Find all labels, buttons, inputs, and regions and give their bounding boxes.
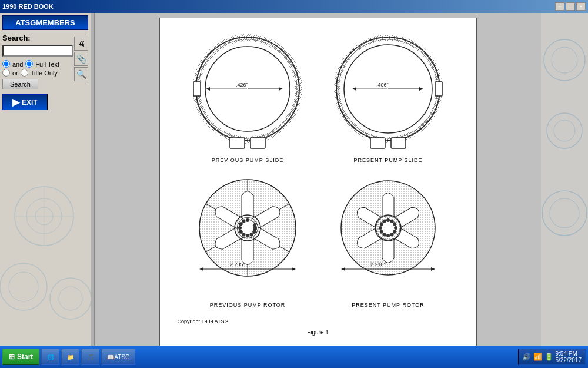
diagram-area: .426" PREVIOUS PUMP SLIDE (178, 30, 459, 336)
icon-1[interactable]: 🖨 (74, 37, 88, 51)
radio-title-only-label: Title Only (31, 69, 58, 77)
svg-rect-15 (193, 82, 201, 96)
svg-rect-27 (435, 82, 442, 96)
tray-icon-2: 📶 (533, 353, 542, 361)
tray-icon-3: 🔋 (544, 353, 553, 361)
right-panel (541, 13, 588, 346)
start-label: Start (17, 353, 33, 361)
svg-point-7 (50, 278, 91, 319)
svg-point-69 (379, 226, 382, 230)
present-pump-rotor: 2.210" PRESENT PUMP ROTOR (329, 169, 447, 308)
start-button[interactable]: ⊞ Start (2, 349, 39, 365)
copyright-text: Copyright 1989 ATSG (178, 319, 229, 324)
svg-point-63 (394, 226, 397, 230)
present-pump-slide-label: PRESENT PUMP SLIDE (353, 157, 422, 163)
atsg-label: ATSG (114, 354, 129, 360)
atsg-icon: 📖 (107, 354, 114, 360)
system-tray: 🔊 📶 🔋 9:54 PM5/22/2017 (518, 349, 586, 365)
radio-or[interactable] (2, 69, 10, 77)
search-button[interactable]: Search (2, 79, 38, 89)
window-controls: − □ × (555, 2, 586, 11)
radio-and[interactable] (2, 60, 10, 68)
svg-point-6 (9, 272, 38, 301)
taskbar-app-media[interactable]: 🎵 (82, 349, 99, 365)
start-icon: ⊞ (9, 353, 15, 361)
radio-or-label: or (12, 69, 18, 77)
svg-marker-73 (341, 267, 345, 271)
svg-point-80 (542, 191, 587, 236)
present-pump-rotor-label: PRESENT PUMP ROTOR (352, 302, 425, 308)
exit-button[interactable]: ▶ EXIT (2, 94, 48, 110)
sidebar-icons: 🖨 📎 🔍 (74, 37, 88, 81)
svg-point-59 (380, 220, 396, 236)
folder-icon: 📁 (67, 354, 74, 360)
minimize-button[interactable]: − (555, 2, 564, 11)
svg-point-5 (0, 263, 47, 310)
svg-rect-26 (391, 138, 406, 148)
app-body: ATSGMEMBERS 🖨 📎 🔍 Search: and Full Text … (0, 13, 588, 346)
sidebar-decoration (0, 169, 91, 346)
radio-full-text-label: Full Text (35, 61, 59, 68)
center-area[interactable]: .426" PREVIOUS PUMP SLIDE (95, 13, 541, 346)
icon-3[interactable]: 🔍 (74, 67, 88, 81)
radio-and-label: and (12, 61, 23, 68)
title-bar: 1990 RED BOOK − □ × (0, 0, 588, 13)
svg-marker-74 (431, 267, 435, 271)
close-button[interactable]: × (576, 2, 586, 11)
radio-title-only[interactable] (21, 69, 28, 77)
previous-pump-rotor: 2.235" PREVIOUS PUMP ROTOR (189, 169, 306, 308)
taskbar-app-atsg[interactable]: 📖 ATSG (102, 349, 135, 365)
maximize-button[interactable]: □ (566, 2, 575, 11)
icon-2[interactable]: 📎 (74, 52, 88, 66)
svg-marker-53 (199, 267, 203, 271)
taskbar-app-ie[interactable]: 🌐 (42, 349, 59, 365)
svg-point-46 (246, 234, 249, 237)
svg-point-39 (239, 220, 256, 236)
previous-pump-slide: .426" PREVIOUS PUMP SLIDE (189, 30, 306, 163)
bottom-diagram-row: 2.235" PREVIOUS PUMP ROTOR (178, 169, 459, 308)
tray-icon-1: 🔊 (522, 353, 531, 361)
svg-point-79 (554, 120, 575, 141)
svg-point-76 (544, 39, 585, 81)
clock: 9:54 PM5/22/2017 (556, 350, 582, 363)
taskbar-app-folder[interactable]: 📁 (62, 349, 79, 365)
svg-point-60 (386, 218, 390, 222)
svg-rect-25 (370, 138, 385, 148)
svg-text:.426": .426" (236, 82, 248, 88)
svg-point-77 (552, 47, 577, 73)
figure-caption: Figure 1 (307, 329, 329, 336)
present-pump-slide: .406" PRESENT PUMP SLIDE (329, 30, 447, 163)
svg-rect-14 (250, 138, 265, 148)
exit-label: EXIT (22, 98, 38, 107)
svg-point-81 (550, 198, 579, 228)
svg-point-40 (246, 218, 249, 222)
page-container: .426" PREVIOUS PUMP SLIDE (159, 18, 477, 346)
svg-point-8 (59, 287, 82, 310)
window-title: 1990 RED BOOK (2, 3, 54, 10)
svg-point-43 (253, 226, 257, 230)
top-diagram-row: .426" PREVIOUS PUMP SLIDE (178, 30, 459, 163)
media-icon: 🎵 (87, 354, 94, 360)
radio-full-text[interactable] (25, 60, 33, 68)
prev-pump-rotor-label: PREVIOUS PUMP ROTOR (210, 302, 286, 308)
svg-text:2.235": 2.235" (230, 261, 245, 267)
svg-rect-13 (230, 138, 245, 148)
ie-icon: 🌐 (47, 354, 54, 360)
svg-text:.406": .406" (376, 82, 389, 88)
taskbar: ⊞ Start 🌐 📁 🎵 📖 ATSG 🔊 📶 🔋 9:54 PM5/22/2… (0, 346, 588, 368)
exit-icon: ▶ (12, 97, 19, 108)
svg-text:2.210": 2.210" (370, 261, 386, 267)
search-input[interactable] (2, 45, 73, 57)
svg-point-49 (238, 226, 242, 230)
sidebar: ATSGMEMBERS 🖨 📎 🔍 Search: and Full Text … (0, 13, 91, 346)
svg-marker-54 (292, 267, 296, 271)
svg-point-78 (547, 113, 582, 148)
svg-point-66 (386, 234, 390, 237)
prev-pump-slide-label: PREVIOUS PUMP SLIDE (212, 157, 283, 163)
sidebar-header: ATSGMEMBERS (2, 15, 88, 30)
